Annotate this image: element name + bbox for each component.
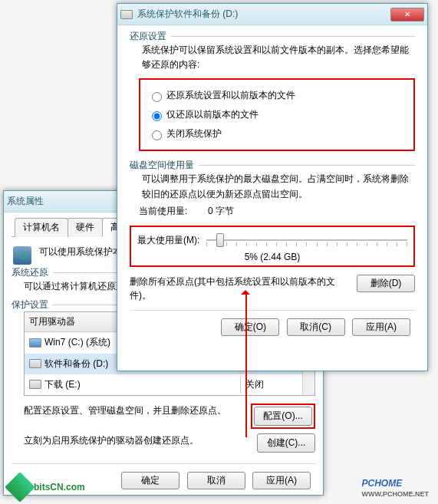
radio-restore-files[interactable]: 仅还原以前版本的文件 [148,105,406,124]
system-protection-dialog: 系统保护软件和备份 (D:) ✕ 还原设置 系统保护可以保留系统设置和以前文件版… [117,3,428,371]
restore-settings-head: 还原设置 [130,30,171,43]
configure-button[interactable]: 配置(O)... [254,407,312,426]
ok-button[interactable]: 确定 [121,472,179,489]
slider-thumb[interactable] [216,233,224,247]
ok-button[interactable]: 确定(O) [221,318,279,336]
delete-text: 删除所有还原点(其中包括系统设置和以前版本的文件)。 [130,275,357,302]
window-title: 系统保护软件和备份 (D:) [137,8,390,21]
apply-button[interactable]: 应用(A) [352,318,410,336]
max-usage-area: 最大使用量(M): 5% (2.44 GB) [130,226,415,267]
system-protection-icon [12,245,33,266]
radio-disable[interactable]: 关闭系统保护 [148,124,406,143]
cancel-button[interactable]: 取消 [187,472,245,489]
create-text: 立刻为启用系统保护的驱动器创建还原点。 [24,433,257,447]
current-usage-value: 0 字节 [208,205,234,218]
drive-icon [29,338,41,348]
tab-hardware[interactable]: 硬件 [68,218,103,237]
restore-intro: 系统保护可以保留系统设置和以前文件版本的副本。选择您希望能够还原的内容: [130,43,415,72]
table-row[interactable]: 下载 (E:) 关闭 [25,374,302,395]
restore-radio-group: 还原系统设置和以前版本的文件 仅还原以前版本的文件 关闭系统保护 [139,78,415,151]
watermark-right: PCHOME WWW.PCHOME.NET [362,474,430,498]
drive-icon [29,359,41,368]
tab-computer-name[interactable]: 计算机名 [15,218,68,237]
section-protect-head: 保护设置 [12,298,53,311]
apply-button[interactable]: 应用(A) [252,472,311,489]
max-usage-label: 最大使用量(M): [137,234,206,247]
radio-restore-all[interactable]: 还原系统设置和以前版本的文件 [148,86,406,105]
close-button[interactable]: ✕ [390,8,424,21]
current-usage-label: 当前使用量: [139,205,208,218]
cancel-button[interactable]: 取消(C) [287,318,345,336]
delete-button[interactable]: 删除(D) [357,275,415,292]
drive-icon [120,10,133,19]
max-usage-slider[interactable] [206,232,407,250]
logo-icon [5,472,35,502]
configure-text: 配置还原设置、管理磁盘空间，并且删除还原点。 [24,404,251,417]
create-button[interactable]: 创建(C)... [257,433,315,453]
watermark-left: bitsCN.com [9,476,85,498]
drive-icon [29,380,41,389]
slider-value-text: 5% (2.44 GB) [137,252,407,262]
disk-usage-head: 磁盘空间使用量 [130,159,199,172]
section-restore-head: 系统还原 [12,266,53,279]
titlebar[interactable]: 系统保护软件和备份 (D:) ✕ [117,4,427,25]
disk-usage-intro: 可以调整用于系统保护的最大磁盘空间。占满空间时，系统将删除较旧的还原点以便为新还… [130,172,415,201]
